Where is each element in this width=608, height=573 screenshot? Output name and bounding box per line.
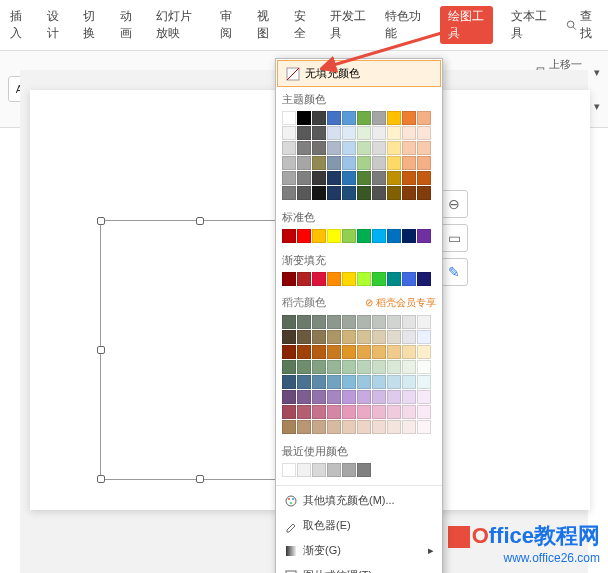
color-swatch[interactable] (402, 375, 416, 389)
color-swatch[interactable] (312, 463, 326, 477)
tab-animation[interactable]: 动画 (120, 8, 139, 42)
color-swatch[interactable] (387, 375, 401, 389)
color-swatch[interactable] (342, 186, 356, 200)
color-swatch[interactable] (417, 141, 431, 155)
tab-security[interactable]: 安全 (294, 8, 313, 42)
color-swatch[interactable] (297, 390, 311, 404)
color-swatch[interactable] (327, 345, 341, 359)
color-swatch[interactable] (327, 126, 341, 140)
color-swatch[interactable] (372, 156, 386, 170)
color-swatch[interactable] (342, 111, 356, 125)
color-swatch[interactable] (357, 405, 371, 419)
color-swatch[interactable] (357, 390, 371, 404)
color-swatch[interactable] (312, 126, 326, 140)
color-swatch[interactable] (402, 420, 416, 434)
color-swatch[interactable] (282, 156, 296, 170)
color-swatch[interactable] (402, 186, 416, 200)
color-swatch[interactable] (402, 141, 416, 155)
color-swatch[interactable] (297, 272, 311, 286)
color-swatch[interactable] (357, 111, 371, 125)
color-swatch[interactable] (282, 390, 296, 404)
layout-button[interactable]: ▭ (440, 224, 468, 252)
color-swatch[interactable] (372, 141, 386, 155)
color-swatch[interactable] (312, 111, 326, 125)
color-swatch[interactable] (387, 330, 401, 344)
eyedropper-option[interactable]: 取色器(E) (276, 513, 442, 538)
color-swatch[interactable] (387, 141, 401, 155)
color-swatch[interactable] (372, 390, 386, 404)
color-swatch[interactable] (387, 186, 401, 200)
color-swatch[interactable] (372, 375, 386, 389)
color-swatch[interactable] (312, 156, 326, 170)
color-swatch[interactable] (417, 405, 431, 419)
color-swatch[interactable] (372, 229, 386, 243)
color-swatch[interactable] (417, 186, 431, 200)
color-swatch[interactable] (297, 141, 311, 155)
color-swatch[interactable] (312, 186, 326, 200)
color-swatch[interactable] (327, 272, 341, 286)
color-swatch[interactable] (402, 405, 416, 419)
color-swatch[interactable] (357, 272, 371, 286)
color-swatch[interactable] (402, 111, 416, 125)
color-swatch[interactable] (327, 111, 341, 125)
color-swatch[interactable] (402, 315, 416, 329)
color-swatch[interactable] (357, 171, 371, 185)
color-swatch[interactable] (342, 360, 356, 374)
color-swatch[interactable] (387, 390, 401, 404)
color-swatch[interactable] (297, 126, 311, 140)
color-swatch[interactable] (372, 360, 386, 374)
color-swatch[interactable] (327, 360, 341, 374)
color-swatch[interactable] (327, 171, 341, 185)
color-swatch[interactable] (402, 229, 416, 243)
color-swatch[interactable] (387, 420, 401, 434)
color-swatch[interactable] (417, 171, 431, 185)
color-swatch[interactable] (282, 463, 296, 477)
gradient-option[interactable]: 渐变(G)▸ (276, 538, 442, 563)
eyedropper-button[interactable]: ✎ (440, 258, 468, 286)
tab-insert[interactable]: 插入 (10, 8, 29, 42)
color-swatch[interactable] (342, 315, 356, 329)
color-swatch[interactable] (327, 375, 341, 389)
color-swatch[interactable] (342, 156, 356, 170)
color-swatch[interactable] (417, 330, 431, 344)
color-swatch[interactable] (312, 229, 326, 243)
color-swatch[interactable] (342, 375, 356, 389)
color-swatch[interactable] (297, 330, 311, 344)
color-swatch[interactable] (372, 111, 386, 125)
color-swatch[interactable] (342, 420, 356, 434)
color-swatch[interactable] (297, 186, 311, 200)
selected-textbox[interactable] (100, 220, 300, 480)
color-swatch[interactable] (282, 315, 296, 329)
color-swatch[interactable] (342, 463, 356, 477)
tab-devtools[interactable]: 开发工具 (330, 8, 367, 42)
color-swatch[interactable] (312, 345, 326, 359)
color-swatch[interactable] (297, 360, 311, 374)
color-swatch[interactable] (357, 156, 371, 170)
color-swatch[interactable] (282, 229, 296, 243)
premium-badge[interactable]: ⊘ 稻壳会员专享 (365, 296, 436, 310)
color-swatch[interactable] (342, 330, 356, 344)
color-swatch[interactable] (282, 405, 296, 419)
color-swatch[interactable] (282, 126, 296, 140)
color-swatch[interactable] (312, 315, 326, 329)
color-swatch[interactable] (312, 141, 326, 155)
color-swatch[interactable] (312, 405, 326, 419)
color-swatch[interactable] (417, 420, 431, 434)
color-swatch[interactable] (297, 420, 311, 434)
tab-transition[interactable]: 切换 (83, 8, 102, 42)
color-swatch[interactable] (372, 330, 386, 344)
tab-features[interactable]: 特色功能 (385, 8, 422, 42)
color-swatch[interactable] (297, 345, 311, 359)
color-swatch[interactable] (357, 186, 371, 200)
color-swatch[interactable] (417, 360, 431, 374)
color-swatch[interactable] (402, 330, 416, 344)
color-swatch[interactable] (342, 345, 356, 359)
color-swatch[interactable] (417, 156, 431, 170)
color-swatch[interactable] (312, 171, 326, 185)
color-swatch[interactable] (402, 390, 416, 404)
color-swatch[interactable] (417, 390, 431, 404)
color-swatch[interactable] (342, 405, 356, 419)
color-swatch[interactable] (402, 345, 416, 359)
color-swatch[interactable] (297, 156, 311, 170)
color-swatch[interactable] (327, 229, 341, 243)
